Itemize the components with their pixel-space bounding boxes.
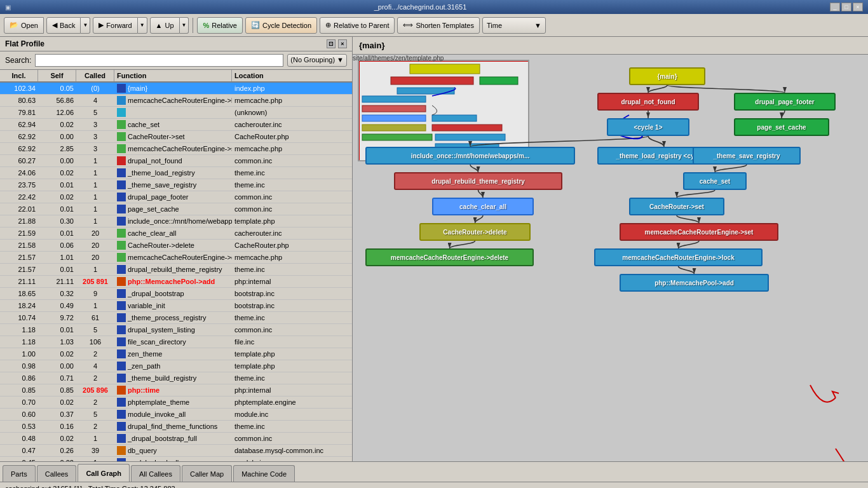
header-self[interactable]: Self	[38, 70, 76, 81]
cell-called: 9	[76, 288, 114, 299]
close-panel-icon[interactable]: ×	[338, 39, 347, 48]
function-color-box	[117, 362, 126, 370]
graph-node-drupal_page_footer[interactable]: drupal_page_footer	[734, 93, 836, 111]
shorten-templates-button[interactable]: ⟺ Shorten Templates	[397, 17, 480, 34]
graph-node-memcachepool_add[interactable]: php::MemcachePool->add	[620, 274, 769, 292]
graph-node-cacherouter_set[interactable]: CacheRouter->set	[629, 198, 724, 215]
time-select[interactable]: Time ▼	[482, 17, 546, 34]
table-row[interactable]: 1.18 1.03 106 file_scan_directory file.i…	[0, 336, 352, 348]
graph-node-cycle1[interactable]: <cycle 1>	[607, 118, 689, 136]
graph-node-drupal_not_found[interactable]: drupal_not_found	[597, 93, 699, 111]
cell-location: theme.inc	[232, 421, 346, 432]
table-row[interactable]: 0.48 0.02 1 _drupal_bootstrap_full commo…	[0, 433, 352, 445]
cell-function: drupal_page_footer	[114, 191, 232, 203]
graph-node-include_once[interactable]: include_once::/mnt/home/webapps/m...	[365, 147, 575, 165]
function-name: _zen_path	[128, 362, 160, 370]
table-row[interactable]: 0.98 0.00 4 _zen_path template.php	[0, 360, 352, 372]
restore-icon[interactable]: ⊡	[327, 39, 336, 48]
table-row[interactable]: 0.85 0.85 205 896 php::time php:internal	[0, 384, 352, 396]
table-row[interactable]: 21.59 0.01 20 cache_clear_all cacheroute…	[0, 227, 352, 240]
table-row[interactable]: 1.18 0.01 5 drupal_system_listing common…	[0, 324, 352, 336]
maximize-button[interactable]: □	[841, 3, 851, 11]
search-input[interactable]	[35, 54, 283, 67]
tab-callees[interactable]: Callees	[37, 465, 77, 482]
cell-location: theme.inc	[232, 312, 346, 323]
back-button[interactable]: ◀ Back	[46, 17, 81, 34]
table-row[interactable]: 0.86 0.71 2 _theme_build_registry theme.…	[0, 372, 352, 384]
cell-incl: 21.57	[0, 252, 38, 263]
graph-node-cacherouter_delete[interactable]: CacheRouter->delete	[419, 223, 531, 241]
table-row[interactable]: 62.92 2.85 3 memcacheCacheRouterEngine->…	[0, 143, 352, 155]
relative-to-parent-button[interactable]: ⊕ Relative to Parent	[320, 17, 395, 34]
minimize-button[interactable]: _	[830, 3, 840, 11]
close-button[interactable]: ×	[853, 3, 863, 11]
grouping-select[interactable]: (No Grouping) ▼	[287, 54, 347, 67]
open-button[interactable]: 📂 Open	[4, 17, 44, 34]
up-button[interactable]: ▲ Up	[150, 17, 180, 34]
table-row[interactable]: 0.60 0.37 5 module_invoke_all module.inc	[0, 409, 352, 421]
header-called[interactable]: Called	[76, 70, 114, 81]
up-dropdown-arrow[interactable]: ▼	[180, 17, 189, 34]
table-row[interactable]: 21.11 21.11 205 891 php::MemcachePool->a…	[0, 276, 352, 288]
table-row[interactable]: 18.65 0.32 9 _drupal_bootstrap bootstrap…	[0, 288, 352, 300]
table-row[interactable]: 21.58 0.06 20 CacheRouter->delete CacheR…	[0, 240, 352, 252]
relative-button[interactable]: % Relative	[197, 17, 243, 34]
table-row[interactable]: 10.74 9.72 61 _theme_process_registry th…	[0, 312, 352, 324]
table-row[interactable]: 79.81 12.06 5 (unknown)	[0, 107, 352, 119]
cell-self: 0.30	[38, 215, 76, 227]
table-row[interactable]: 60.27 0.00 1 drupal_not_found common.inc	[0, 155, 352, 167]
tab-call-graph[interactable]: Call Graph	[78, 464, 130, 482]
graph-node-cache_set[interactable]: cache_set	[683, 172, 747, 190]
svg-rect-1	[391, 77, 473, 85]
graph-node-drupal_rebuild[interactable]: drupal_rebuild_theme_registry	[394, 172, 562, 190]
function-name: db_query	[128, 447, 157, 454]
cell-function: db_query	[114, 445, 232, 456]
table-row[interactable]: 0.53 0.16 2 drupal_find_theme_functions …	[0, 421, 352, 433]
table-row[interactable]: 0.47 0.26 39 db_query database.mysql-com…	[0, 445, 352, 457]
cell-incl: 21.58	[0, 240, 38, 251]
table-row[interactable]: 21.57 1.01 20 memcacheCacheRouterEngine-…	[0, 252, 352, 264]
header-function[interactable]: Function	[114, 70, 232, 81]
cell-called: 1	[76, 300, 114, 311]
table-row[interactable]: 0.70 0.02 2 phptemplate_theme phptemplat…	[0, 396, 352, 409]
table-row[interactable]: 21.88 0.30 1 include_once::/mnt/home/web…	[0, 215, 352, 227]
function-color-box	[117, 253, 126, 262]
function-color-box	[117, 446, 126, 455]
tab-caller-map[interactable]: Caller Map	[182, 465, 232, 482]
cell-self: 2.85	[38, 143, 76, 154]
table-row[interactable]: 62.94 0.02 3 cache_set cacherouter.inc	[0, 119, 352, 131]
tab-parts[interactable]: Parts	[3, 465, 36, 482]
graph-node-page_set_cache[interactable]: page_set_cache	[734, 118, 829, 136]
table-row[interactable]: 22.01 0.01 1 page_set_cache common.inc	[0, 203, 352, 215]
tab-machine-code[interactable]: Machine Code	[233, 465, 295, 482]
graph-node-memcache_lock[interactable]: memcacheCacheRouterEngine->lock	[594, 248, 763, 266]
table-row[interactable]: 80.63 56.86 4 memcacheCacheRouterEngine-…	[0, 95, 352, 107]
forward-button[interactable]: ▶ Forward	[93, 17, 137, 34]
forward-dropdown-arrow[interactable]: ▼	[138, 17, 147, 34]
table-row[interactable]: 102.34 0.05 (0) {main} index.php	[0, 83, 352, 95]
title-bar-buttons: _ □ ×	[830, 3, 863, 11]
graph-node-theme_save_registry[interactable]: _theme_save_registry	[693, 147, 801, 165]
tab-all-callees[interactable]: All Callees	[131, 465, 180, 482]
table-row[interactable]: 22.42 0.02 1 drupal_page_footer common.i…	[0, 191, 352, 203]
graph-node-cache_clear_all[interactable]: cache_clear_all	[432, 198, 534, 215]
header-incl[interactable]: Incl.	[0, 70, 38, 81]
table-row[interactable]: 62.92 0.00 3 CacheRouter->set CacheRoute…	[0, 131, 352, 143]
svg-rect-2	[480, 77, 518, 85]
graph-node-memcache_set[interactable]: memcacheCacheRouterEngine->set	[620, 223, 778, 241]
table-row[interactable]: 0.45 0.02 1 module_load_all module.inc	[0, 457, 352, 461]
table-row[interactable]: 24.06 0.02 1 _theme_load_registry theme.…	[0, 167, 352, 179]
graph-node-memcache_delete[interactable]: memcacheCacheRouterEngine->delete	[365, 248, 534, 266]
function-color-box	[117, 144, 126, 153]
table-row[interactable]: 1.00 0.02 2 zen_theme template.php	[0, 348, 352, 360]
table-row[interactable]: 23.75 0.01 1 _theme_save_registry theme.…	[0, 179, 352, 191]
function-color-box	[117, 349, 126, 358]
right-panel: {main}	[353, 37, 868, 461]
cell-incl: 21.57	[0, 264, 38, 275]
table-row[interactable]: 21.57 0.01 1 drupal_rebuild_theme_regist…	[0, 264, 352, 276]
cycle-detection-button[interactable]: 🔄 Cycle Detection	[245, 17, 317, 34]
back-dropdown-arrow[interactable]: ▼	[81, 17, 90, 34]
header-location[interactable]: Location	[232, 70, 346, 81]
graph-node-main[interactable]: {main}	[629, 67, 705, 85]
table-row[interactable]: 18.24 0.49 1 variable_init bootstrap.inc	[0, 300, 352, 312]
